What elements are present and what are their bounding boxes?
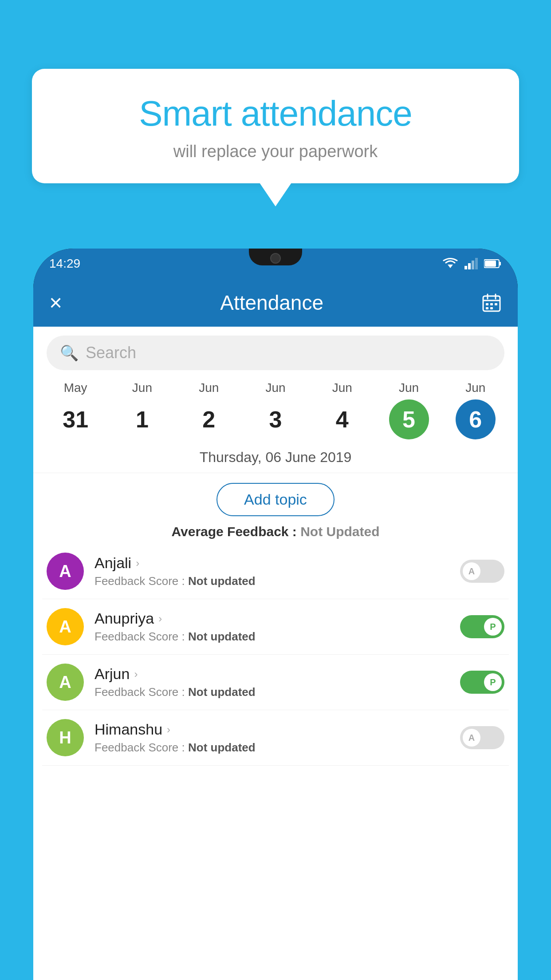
svg-rect-6 [499,262,501,265]
svg-rect-7 [485,261,496,267]
student-avatar: A [47,608,84,645]
student-item[interactable]: H Himanshu › Feedback Score : Not update… [42,710,509,766]
student-score: Feedback Score : Not updated [94,574,449,588]
svg-rect-1 [464,266,467,269]
cal-month: May [64,381,87,395]
speech-bubble: Smart attendance will replace your paper… [32,69,519,183]
svg-rect-14 [495,303,497,305]
student-info: Anjali › Feedback Score : Not updated [94,554,449,588]
student-name[interactable]: Anjali › [94,554,449,572]
wifi-icon [442,257,458,270]
svg-rect-16 [490,307,493,309]
toggle-knob: P [484,673,502,691]
phone-notch [249,249,302,265]
chevron-icon: › [167,723,170,736]
student-item[interactable]: A Arjun › Feedback Score : Not updated P [42,655,509,710]
signal-icon [464,258,478,269]
calendar-day[interactable]: Jun 1 [118,381,166,439]
calendar-row: May 31 Jun 1 Jun 2 Jun 3 Jun 4 Jun 5 Jun… [33,375,518,439]
cal-date[interactable]: 1 [122,399,162,439]
student-name[interactable]: Arjun › [94,665,449,683]
toggle-knob: P [484,618,502,636]
cal-month: Jun [399,381,419,395]
close-button[interactable]: × [49,292,62,314]
student-avatar: A [47,664,84,701]
student-name[interactable]: Anupriya › [94,610,449,627]
attendance-toggle[interactable]: P [460,671,504,694]
svg-rect-15 [486,307,488,309]
svg-rect-4 [475,258,478,269]
attendance-toggle[interactable]: P [460,615,504,638]
student-info: Arjun › Feedback Score : Not updated [94,665,449,699]
svg-marker-0 [448,265,453,268]
student-name[interactable]: Himanshu › [94,721,449,738]
status-icons [442,257,502,270]
attendance-toggle[interactable]: A [460,560,504,583]
cal-date[interactable]: 3 [256,399,295,439]
student-list: A Anjali › Feedback Score : Not updated … [33,544,518,766]
cal-month: Jun [265,381,285,395]
student-avatar: A [47,553,84,590]
bubble-title: Smart attendance [59,93,492,134]
svg-rect-2 [468,263,471,269]
student-score: Feedback Score : Not updated [94,685,449,699]
avg-feedback-label: Average Feedback : [171,524,296,539]
calendar-day[interactable]: Jun 2 [185,381,233,439]
student-avatar: H [47,719,84,756]
cal-month: Jun [132,381,152,395]
avg-feedback-value: Not Updated [300,524,379,539]
svg-rect-12 [486,303,488,305]
chevron-icon: › [158,612,162,625]
app-bar-title: Attendance [62,291,481,315]
student-item[interactable]: A Anupriya › Feedback Score : Not update… [42,599,509,655]
calendar-icon[interactable] [481,292,502,313]
cal-date[interactable]: 31 [55,399,95,439]
student-info: Anupriya › Feedback Score : Not updated [94,610,449,644]
calendar-day[interactable]: Jun 5 [385,381,433,439]
cal-date[interactable]: 5 [389,399,429,439]
cal-month: Jun [332,381,352,395]
add-topic-button[interactable]: Add topic [216,483,335,516]
battery-icon [484,259,502,269]
toggle-knob: A [463,562,480,580]
toggle-knob: A [463,729,480,747]
calendar-day[interactable]: Jun 6 [451,381,500,439]
cal-month: Jun [199,381,219,395]
calendar-day[interactable]: Jun 3 [251,381,300,439]
search-bar[interactable]: 🔍 Search [47,336,504,370]
status-time: 14:29 [49,257,80,271]
cal-month: Jun [465,381,485,395]
app-bar: × Attendance [33,279,518,327]
svg-rect-3 [472,261,474,269]
phone-content: 🔍 Search May 31 Jun 1 Jun 2 Jun 3 Jun 4 … [33,327,518,980]
cal-date[interactable]: 2 [189,399,229,439]
student-score: Feedback Score : Not updated [94,741,449,755]
student-info: Himanshu › Feedback Score : Not updated [94,721,449,755]
svg-rect-13 [490,303,493,305]
avg-feedback: Average Feedback : Not Updated [33,516,518,544]
search-input[interactable]: Search [86,344,136,362]
student-item[interactable]: A Anjali › Feedback Score : Not updated … [42,544,509,599]
cal-date[interactable]: 6 [456,399,496,439]
attendance-toggle[interactable]: A [460,726,504,749]
chevron-icon: › [134,668,138,680]
search-icon: 🔍 [60,344,79,362]
date-heading: Thursday, 06 June 2019 [33,439,518,473]
calendar-day[interactable]: May 31 [51,381,100,439]
calendar-day[interactable]: Jun 4 [318,381,366,439]
student-score: Feedback Score : Not updated [94,630,449,644]
phone-camera [270,253,281,264]
bubble-subtitle: will replace your paperwork [59,142,492,161]
chevron-icon: › [136,557,139,569]
cal-date[interactable]: 4 [322,399,362,439]
phone-frame: 14:29 × Attendance [33,249,518,980]
